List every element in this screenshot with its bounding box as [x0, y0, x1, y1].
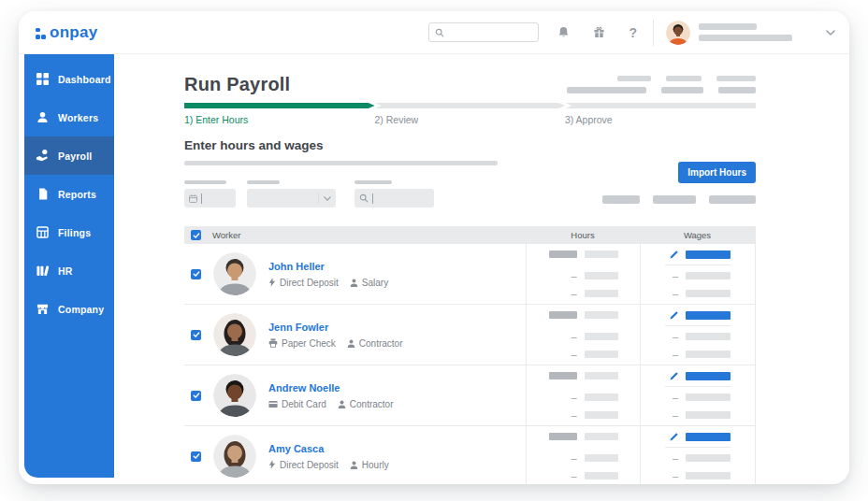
- edit-pencil-icon: [670, 372, 678, 380]
- sidebar-item-workers[interactable]: Workers: [24, 98, 114, 136]
- wage-input[interactable]: [665, 305, 731, 326]
- wages-cell: – –: [640, 244, 755, 304]
- hours-input[interactable]: [549, 426, 618, 447]
- row-checkbox[interactable]: [191, 451, 201, 462]
- column-header-hours: Hours: [526, 230, 640, 240]
- edit-pencil-icon: [670, 250, 678, 259]
- wages-cell: – –: [640, 426, 755, 484]
- onpay-logo[interactable]: onpay: [36, 23, 98, 42]
- filter-label-placeholder: [184, 180, 226, 184]
- select-all-checkbox[interactable]: [191, 230, 201, 240]
- pay-date-filter: [184, 180, 236, 208]
- hours-cell: – –: [526, 305, 640, 365]
- onpay-logo-text: onpay: [50, 23, 98, 42]
- table-row: Amy Casca Direct Deposit Hourly –: [184, 426, 755, 484]
- filter-select[interactable]: [247, 189, 336, 208]
- calendar-icon: [189, 194, 197, 203]
- column-header-worker: Worker: [212, 230, 240, 240]
- card-icon: [268, 400, 278, 408]
- bell-icon[interactable]: [557, 26, 570, 38]
- worker-name-link[interactable]: Amy Casca: [268, 443, 389, 454]
- filter-label-placeholder: [354, 180, 392, 184]
- help-icon[interactable]: ?: [629, 26, 637, 39]
- user-name-placeholder: [699, 23, 792, 41]
- payroll-hand-icon: [36, 149, 50, 163]
- sidebar-item-hr[interactable]: HR: [24, 251, 114, 290]
- user-avatar[interactable]: [666, 21, 690, 45]
- sidebar-item-filings[interactable]: Filings: [24, 213, 114, 251]
- sidebar-item-company[interactable]: Company: [24, 290, 114, 328]
- sidebar-item-dashboard[interactable]: Dashboard: [24, 60, 114, 98]
- wizard-steps: 1) Enter Hours 2) Review 3) Approve: [184, 114, 756, 127]
- person-icon: [350, 461, 358, 469]
- wage-value-bar[interactable]: [686, 311, 731, 320]
- wage-value-bar[interactable]: [686, 433, 731, 441]
- worker-cell: Andrew Noelle Debit Card Contractor: [184, 365, 526, 425]
- company-store-icon: [36, 302, 50, 316]
- worker-cell: Jenn Fowler Paper Check Contractor: [184, 305, 526, 365]
- main-content: Run Payroll 1) Enter Hours 2) Review: [114, 54, 849, 484]
- search-icon: [435, 28, 444, 37]
- gift-icon[interactable]: [593, 26, 605, 38]
- sidebar-item-payroll[interactable]: Payroll: [24, 136, 114, 175]
- hours-input[interactable]: [549, 244, 618, 265]
- person-icon: [347, 339, 355, 348]
- sidebar-item-reports[interactable]: Reports: [24, 175, 114, 213]
- search-icon: [359, 193, 369, 203]
- wage-input[interactable]: [665, 365, 731, 387]
- search-filter-input[interactable]: [354, 189, 434, 208]
- step-approve: 3) Approve: [565, 114, 613, 125]
- column-header-wages: Wages: [640, 230, 755, 240]
- date-input[interactable]: [184, 189, 236, 208]
- sidebar-nav: Dashboard Workers Payroll Reports Filing…: [24, 54, 114, 478]
- worker-type-label: Hourly: [362, 460, 389, 470]
- chevron-down-icon[interactable]: [826, 30, 835, 36]
- wage-input[interactable]: [665, 426, 731, 448]
- table-row: Andrew Noelle Debit Card Contractor: [184, 365, 755, 426]
- hours-cell: – –: [526, 244, 640, 304]
- import-hours-button[interactable]: Import Hours: [678, 162, 756, 183]
- edit-pencil-icon: [670, 433, 678, 441]
- payment-method-label: Debit Card: [282, 399, 326, 409]
- worker-avatar: [213, 435, 256, 478]
- table-row: John Heller Direct Deposit Salary: [184, 244, 755, 305]
- worker-name-link[interactable]: Andrew Noelle: [268, 382, 394, 394]
- group-filter: [247, 180, 336, 208]
- worker-type-label: Salary: [362, 278, 388, 288]
- worker-type-label: Contractor: [359, 338, 403, 349]
- worker-cell: Amy Casca Direct Deposit Hourly: [184, 426, 526, 484]
- wage-value-bar[interactable]: [686, 250, 731, 259]
- topbar: onpay ?: [19, 11, 849, 54]
- row-checkbox[interactable]: [191, 269, 201, 279]
- payment-method-label: Paper Check: [282, 338, 336, 349]
- person-icon: [338, 400, 346, 408]
- hours-input[interactable]: [549, 305, 618, 325]
- hr-books-icon: [36, 264, 50, 278]
- row-checkbox[interactable]: [191, 330, 201, 340]
- chevron-down-icon: [318, 193, 331, 204]
- global-search[interactable]: [428, 22, 539, 42]
- progress-segment-upcoming: [375, 103, 566, 108]
- worker-search-filter: [354, 180, 434, 208]
- payment-method-label: Direct Deposit: [280, 278, 339, 288]
- step-review: 2) Review: [374, 114, 418, 125]
- topbar-divider: [653, 20, 654, 46]
- table-header: Worker Hours Wages: [184, 226, 755, 244]
- worker-name-link[interactable]: Jenn Fowler: [268, 322, 403, 333]
- onpay-logo-icon: [36, 28, 47, 40]
- wage-input[interactable]: [665, 244, 731, 265]
- filter-label-placeholder: [247, 180, 280, 184]
- dashboard-grid-icon: [36, 72, 50, 86]
- row-checkbox[interactable]: [191, 391, 201, 401]
- edit-pencil-icon: [670, 311, 678, 320]
- progress-segment-upcoming: [565, 103, 756, 108]
- filings-table-icon: [36, 225, 50, 239]
- payroll-progress-bar: [184, 103, 756, 108]
- wage-value-bar[interactable]: [686, 372, 731, 380]
- hours-input[interactable]: [549, 365, 618, 386]
- global-search-input[interactable]: [448, 26, 536, 38]
- printer-icon: [268, 338, 278, 348]
- hours-cell: – –: [526, 426, 640, 484]
- worker-name-link[interactable]: John Heller: [268, 261, 388, 272]
- topbar-icon-group: ?: [557, 26, 637, 39]
